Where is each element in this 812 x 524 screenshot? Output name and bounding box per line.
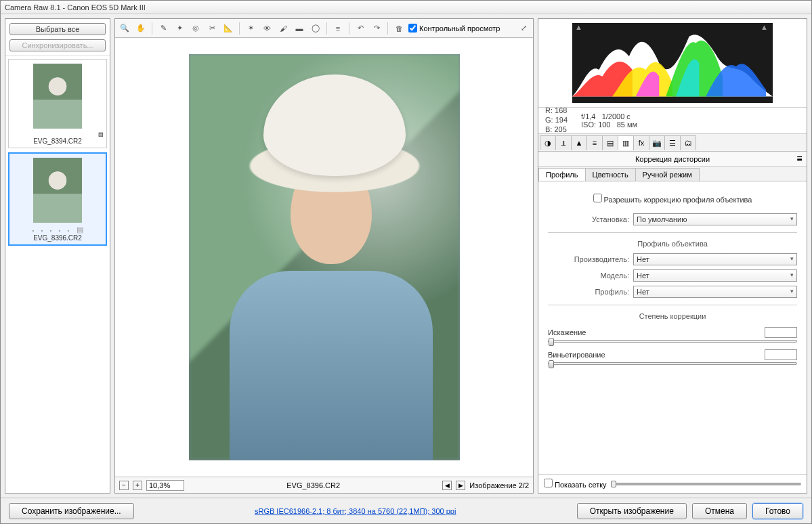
zoom-level-input[interactable] bbox=[146, 480, 184, 491]
preview-image bbox=[189, 54, 460, 460]
cancel-button[interactable]: Отмена bbox=[692, 503, 747, 519]
tab-fx-icon[interactable]: fx bbox=[633, 135, 649, 150]
footer: Сохранить изображение... sRGB IEC61966-2… bbox=[1, 498, 811, 523]
red-eye-icon[interactable]: 👁 bbox=[260, 22, 274, 35]
lens-profile-heading: Профиль объектива bbox=[548, 240, 797, 248]
adjustment-brush-icon[interactable]: 🖌 bbox=[276, 22, 290, 35]
lens-profile-form: Разрешить коррекцию профиля объектива Ус… bbox=[538, 181, 807, 474]
delete-icon[interactable]: 🗑 bbox=[392, 22, 406, 35]
rotate-ccw-icon[interactable]: ↶ bbox=[354, 22, 367, 35]
done-button[interactable]: Готово bbox=[752, 503, 803, 519]
distortion-value[interactable] bbox=[765, 327, 797, 338]
radial-filter-icon[interactable]: ◯ bbox=[309, 22, 322, 35]
image-canvas[interactable] bbox=[115, 38, 533, 477]
profile-select[interactable]: Нет bbox=[633, 286, 797, 298]
window-title: Camera Raw 8.1 - Canon EOS 5D Mark III bbox=[5, 3, 146, 12]
enable-profile-checkbox[interactable] bbox=[593, 194, 602, 202]
tab-snapshots-icon[interactable]: 🗂 bbox=[680, 135, 696, 150]
show-grid-checkbox[interactable] bbox=[544, 479, 553, 487]
main-toolbar: 🔍 ✋ ✎ ✦ ◎ ✂ 📐 ✶ 👁 🖌 ▬ ◯ ≡ ↶ ↷ � bbox=[115, 19, 533, 38]
camera-info: R: 168 G: 194 B: 205 f/1,4 1/2000 с ISO:… bbox=[538, 107, 807, 134]
zoom-out-button[interactable]: − bbox=[119, 481, 129, 490]
preferences-icon[interactable]: ≡ bbox=[331, 22, 345, 35]
tab-curve-icon[interactable]: ⫫ bbox=[555, 135, 572, 150]
thumbnail[interactable]: • • • • • ▤ EVG_8396.CR2 bbox=[8, 152, 107, 246]
enable-profile-correction[interactable]: Разрешить коррекцию профиля объектива bbox=[593, 196, 752, 204]
titlebar: Camera Raw 8.1 - Canon EOS 5D Mark III bbox=[1, 1, 811, 14]
thumbnail-image bbox=[33, 158, 82, 223]
current-filename: EVG_8396.CR2 bbox=[188, 481, 438, 489]
aperture-value: f/1,4 bbox=[581, 112, 595, 121]
panel-menu-icon[interactable]: ≣ bbox=[796, 154, 803, 163]
tab-lens-icon[interactable]: ▥ bbox=[618, 135, 634, 150]
focal-value: 85 мм bbox=[617, 121, 637, 129]
crop-tool-icon[interactable]: ✂ bbox=[205, 22, 219, 35]
show-grid-toggle[interactable]: Показать сетку bbox=[544, 479, 607, 489]
section-title: Коррекция дисторсии ≣ bbox=[538, 152, 807, 167]
subtab-profile[interactable]: Профиль bbox=[538, 168, 586, 181]
subtab-manual[interactable]: Ручной режим bbox=[635, 168, 700, 181]
adjustment-tabstrip: ◑ ⫫ ▲ ≡ ▤ ▥ fx 📷 ☰ 🗂 bbox=[538, 134, 807, 152]
thumbnail[interactable]: ▤ EVG_8394.CR2 bbox=[8, 59, 107, 148]
histogram[interactable]: ▲ ▲ bbox=[538, 19, 807, 107]
model-select[interactable]: Нет bbox=[633, 269, 797, 282]
graduated-filter-icon[interactable]: ▬ bbox=[293, 22, 306, 35]
preview-status-bar: − + EVG_8396.CR2 ◀ ▶ Изображение 2/2 bbox=[115, 477, 533, 493]
maker-select[interactable]: Нет bbox=[633, 253, 797, 265]
tab-detail-icon[interactable]: ▲ bbox=[571, 135, 587, 150]
g-value: 194 bbox=[555, 116, 568, 124]
grid-row: Показать сетку bbox=[538, 474, 807, 493]
grid-size-slider[interactable] bbox=[611, 483, 801, 485]
color-sampler-icon[interactable]: ✦ bbox=[173, 22, 186, 35]
camera-raw-window: Camera Raw 8.1 - Canon EOS 5D Mark III В… bbox=[0, 0, 812, 524]
vignette-slider[interactable]: Виньетирование bbox=[548, 349, 797, 365]
rotate-cw-icon[interactable]: ↷ bbox=[370, 22, 383, 35]
tab-presets-icon[interactable]: ☰ bbox=[664, 135, 681, 150]
iso-value: 100 bbox=[598, 121, 610, 129]
white-balance-tool-icon[interactable]: ✎ bbox=[156, 22, 170, 35]
distortion-slider[interactable]: Искажение bbox=[548, 327, 797, 343]
shutter-value: 1/2000 с bbox=[602, 112, 631, 121]
adjustments-panel: ▲ ▲ R: 168 G: 194 B: 205 bbox=[538, 18, 807, 494]
b-value: 205 bbox=[554, 125, 566, 133]
prev-image-button[interactable]: ◀ bbox=[442, 481, 452, 490]
workflow-options-link[interactable]: sRGB IEC61966-2.1; 8 бит; 3840 на 5760 (… bbox=[255, 507, 456, 515]
tab-split-icon[interactable]: ▤ bbox=[602, 135, 618, 150]
fullscreen-icon[interactable]: ⤢ bbox=[517, 22, 530, 35]
preview-toggle[interactable]: Контрольный просмотр bbox=[408, 24, 500, 32]
image-counter: Изображение 2/2 bbox=[469, 481, 529, 489]
spot-removal-icon[interactable]: ✶ bbox=[244, 22, 257, 35]
hand-tool-icon[interactable]: ✋ bbox=[134, 22, 148, 35]
zoom-tool-icon[interactable]: 🔍 bbox=[118, 22, 131, 35]
subtab-color[interactable]: Цветность bbox=[585, 168, 636, 181]
setup-select[interactable]: По умолчанию bbox=[633, 213, 797, 225]
thumbnail-label: EVG_8394.CR2 bbox=[12, 137, 104, 145]
tab-hsl-icon[interactable]: ≡ bbox=[586, 135, 603, 150]
thumbnail-image bbox=[33, 64, 82, 129]
preview-panel: 🔍 ✋ ✎ ✦ ◎ ✂ 📐 ✶ 👁 🖌 ▬ ◯ ≡ ↶ ↷ � bbox=[114, 18, 534, 494]
select-all-button[interactable]: Выбрать все bbox=[9, 23, 106, 35]
r-value: 168 bbox=[555, 106, 567, 114]
vignette-value[interactable] bbox=[765, 349, 797, 360]
lens-subtabs: Профиль Цветность Ручной режим bbox=[538, 167, 807, 181]
preview-checkbox[interactable] bbox=[408, 24, 417, 32]
synchronize-button[interactable]: Синхронизировать... bbox=[9, 39, 106, 51]
correction-amount-heading: Степень коррекции bbox=[548, 312, 797, 320]
targeted-adjust-icon[interactable]: ◎ bbox=[189, 22, 202, 35]
filmstrip-panel: Выбрать все Синхронизировать... ▤ EVG_83… bbox=[5, 18, 110, 494]
rating-dots[interactable]: • • • • • ▤ bbox=[12, 225, 103, 234]
open-image-button[interactable]: Открыть изображение bbox=[577, 503, 687, 519]
thumbnail-label: EVG_8396.CR2 bbox=[12, 234, 103, 242]
next-image-button[interactable]: ▶ bbox=[456, 481, 465, 490]
tab-basic-icon[interactable]: ◑ bbox=[540, 135, 556, 150]
histogram-curve bbox=[572, 23, 773, 97]
zoom-in-button[interactable]: + bbox=[133, 481, 142, 490]
tab-camera-icon[interactable]: 📷 bbox=[649, 135, 665, 150]
straighten-tool-icon[interactable]: 📐 bbox=[221, 22, 235, 35]
save-image-button[interactable]: Сохранить изображение... bbox=[9, 503, 134, 519]
